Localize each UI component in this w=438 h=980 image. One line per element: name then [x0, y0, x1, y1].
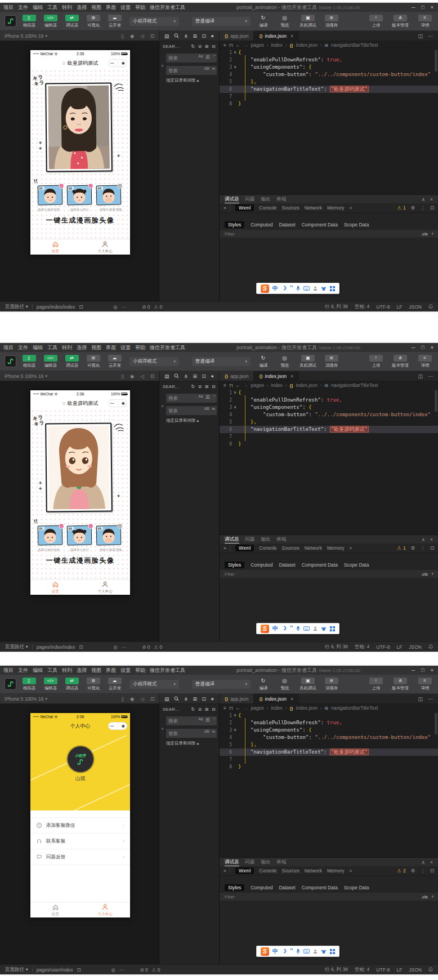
skin-shirt-icon[interactable]: [321, 949, 327, 954]
step-thumb-1[interactable]: 01. ✓: [38, 525, 63, 546]
tab-problems[interactable]: 问题: [245, 536, 255, 543]
menu-file[interactable]: 文件: [18, 4, 28, 11]
visual-button[interactable]: ⊞可视化: [84, 678, 102, 691]
code-editor[interactable]: 1∨{ 2"enablePullDownRefresh": true, 3∨"u…: [220, 712, 438, 770]
tab-console[interactable]: Console: [259, 868, 276, 874]
mode-dropdown[interactable]: 小程序模式▾: [129, 680, 179, 689]
punctuation-icon[interactable]: ’’: [290, 286, 293, 291]
crumb-symbol[interactable]: navigationBarTitleText: [331, 42, 378, 48]
float-window-icon[interactable]: ⊡: [150, 33, 154, 39]
list-item-feedback[interactable]: 问题反馈 ›: [30, 849, 130, 865]
tab-home[interactable]: 首页: [30, 239, 81, 255]
collapse-icon[interactable]: ⊟: [212, 384, 216, 389]
tab-problems[interactable]: 问题: [245, 859, 255, 866]
tab-dataset[interactable]: Dataset: [279, 222, 295, 228]
sound-icon[interactable]: ◁: [140, 33, 144, 39]
debugger-button[interactable]: ⇄调试器: [63, 678, 81, 691]
exit-ring-icon[interactable]: ◉: [122, 401, 125, 406]
indent-setting[interactable]: 空格: 4: [355, 966, 369, 973]
close-panel-icon[interactable]: ×: [430, 197, 433, 202]
list-item-contact-service[interactable]: 联系客服 ›: [30, 834, 130, 849]
undock-icon[interactable]: ⊡: [430, 205, 434, 211]
close-tab-icon[interactable]: ×: [290, 33, 293, 39]
menu-select[interactable]: 选择: [77, 4, 87, 11]
preview-window-icon[interactable]: ⊡: [202, 373, 206, 379]
tab-app-json[interactable]: {}app.json: [220, 694, 254, 703]
split-editor-icon[interactable]: ◫: [418, 373, 423, 379]
whole-word-icon[interactable]: ab: [205, 394, 210, 399]
menu-tools[interactable]: 工具: [47, 667, 57, 674]
active-panel-icon[interactable]: ●: [211, 696, 214, 702]
tab-terminal[interactable]: 终端: [277, 859, 287, 866]
clear-results-icon[interactable]: ⊘: [198, 707, 202, 712]
menu-edit[interactable]: 编辑: [33, 667, 43, 674]
menu-tools[interactable]: 工具: [47, 344, 57, 351]
code-editor[interactable]: 1∨{ 2"enablePullDownRefresh": true, 3∨"u…: [220, 389, 438, 448]
real-device-debug-button[interactable]: ▣真机调试: [297, 678, 319, 691]
tab-memory[interactable]: Memory: [327, 868, 345, 874]
tab-styles[interactable]: Styles: [225, 884, 244, 891]
menu-view[interactable]: 视图: [91, 344, 101, 351]
clear-cache-button[interactable]: ≋清缓存: [323, 355, 340, 368]
compile-mode-dropdown[interactable]: 普通编译▾: [192, 357, 251, 366]
upload-button[interactable]: ↑上传: [367, 678, 385, 691]
more-tabs-icon[interactable]: »: [350, 545, 352, 551]
menu-goto[interactable]: 转到: [62, 344, 72, 351]
sogou-logo-icon[interactable]: S: [261, 625, 269, 633]
step-thumb-3[interactable]: 03. ✕: [96, 525, 122, 546]
tab-index-json[interactable]: {}index.json×: [254, 31, 298, 41]
copy-path-icon[interactable]: ⊡: [79, 644, 83, 650]
menu-edit[interactable]: 编辑: [33, 344, 43, 351]
editor-button[interactable]: </>编辑器: [42, 355, 59, 368]
forward-icon[interactable]: →: [243, 705, 248, 711]
tab-user-center[interactable]: 个人中心: [81, 902, 131, 917]
source-control-icon[interactable]: ⋔: [184, 373, 188, 379]
microphone-icon[interactable]: [296, 948, 300, 954]
tab-network[interactable]: Network: [305, 868, 322, 874]
cloud-dev-button[interactable]: ☁云开发: [106, 355, 123, 368]
tab-sources[interactable]: Sources: [282, 205, 300, 211]
exit-ring-icon[interactable]: ◉: [122, 61, 125, 65]
tab-user-center[interactable]: 个人中心: [81, 239, 131, 255]
menu-project[interactable]: 项目: [3, 4, 14, 11]
crumb-pages[interactable]: pages: [251, 705, 264, 711]
tab-index-json[interactable]: {}index.json×: [254, 694, 298, 703]
fold-icon[interactable]: ∨: [232, 64, 238, 71]
skin-shirt-icon[interactable]: [321, 286, 327, 291]
kebab-menu-icon[interactable]: ⋮: [420, 545, 425, 551]
debugger-button[interactable]: ⇄调试器: [63, 355, 81, 368]
bookmark-icon[interactable]: ⊓: [229, 42, 233, 48]
preserve-case-icon[interactable]: AB: [204, 729, 210, 734]
microphone-icon[interactable]: [296, 626, 300, 631]
toggle-replace-icon[interactable]: ∨: [161, 64, 164, 68]
float-window-icon[interactable]: ⊡: [150, 373, 154, 379]
crumb-file[interactable]: index.json: [296, 705, 318, 711]
encoding[interactable]: UTF-8: [376, 967, 390, 973]
compile-button[interactable]: ↻编译: [254, 355, 272, 368]
device-frame-icon[interactable]: ▯: [121, 373, 124, 379]
collapse-panel-icon[interactable]: ∧: [422, 537, 425, 542]
cls-toggle[interactable]: .cls: [421, 894, 428, 899]
error-count[interactable]: ⊘ 0: [142, 644, 150, 650]
forward-icon[interactable]: →: [243, 382, 248, 388]
page-path[interactable]: pages/index/index: [37, 304, 75, 310]
gear-icon[interactable]: ⚙: [411, 868, 415, 874]
person-icon[interactable]: [313, 626, 318, 631]
status-more-icon[interactable]: ⋯: [119, 967, 124, 973]
copy-path-icon[interactable]: ⊡: [79, 304, 83, 310]
real-device-debug-button[interactable]: ▣真机调试: [297, 15, 319, 28]
menu-wechat-devtools[interactable]: 微信开发者工具: [150, 667, 185, 674]
cursor-position[interactable]: 行 6, 列 38: [325, 966, 348, 973]
record-icon[interactable]: ◉: [130, 373, 134, 379]
tab-output[interactable]: 输出: [261, 196, 271, 203]
collapse-icon[interactable]: ⊟: [212, 707, 216, 712]
page-path[interactable]: pages/index/index: [37, 644, 75, 650]
menu-dots-icon[interactable]: •••: [110, 61, 114, 65]
crumb-file[interactable]: index.json: [296, 382, 318, 388]
more-actions-icon[interactable]: ⋯: [428, 33, 433, 39]
inspect-icon[interactable]: ⌖: [224, 545, 230, 551]
tab-home[interactable]: 首页: [30, 580, 81, 595]
active-panel-icon[interactable]: ●: [211, 33, 214, 39]
toolbox-grid-icon[interactable]: [330, 286, 335, 291]
maximize-icon[interactable]: □: [421, 345, 424, 350]
